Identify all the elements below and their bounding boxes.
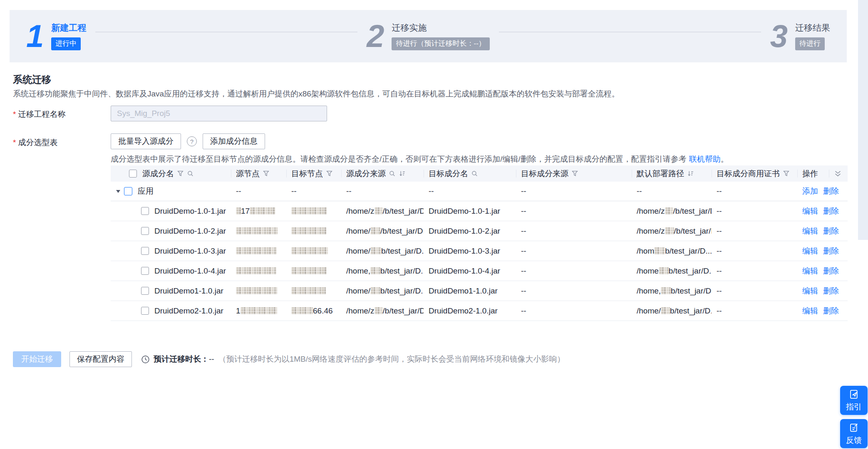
sort-icon[interactable]: [399, 170, 406, 177]
cert-cell: --: [717, 207, 722, 216]
edit-link[interactable]: 编辑: [802, 286, 818, 296]
filter-icon[interactable]: [177, 170, 184, 177]
guide-label: 指引: [846, 402, 862, 412]
edit-link[interactable]: 编辑: [802, 226, 818, 237]
edit-link[interactable]: 编辑: [802, 246, 818, 257]
table-row: DruidDemo-1.0-1.jar 17 /home/z/b/test_ja…: [111, 201, 848, 221]
masked-text: [241, 307, 277, 314]
edit-link[interactable]: 编辑: [802, 206, 818, 217]
source-node-cell: 1: [231, 301, 286, 321]
search-icon[interactable]: [187, 170, 194, 177]
column-header: 目标成分商用证书: [717, 168, 780, 179]
row-checkbox[interactable]: [141, 227, 149, 235]
sort-icon[interactable]: [687, 170, 694, 177]
source-node-cell: [231, 241, 286, 261]
source-origin-cell: /home/b/test_jar/D...: [341, 241, 424, 261]
step-new-project: 1 新建工程 进行中: [26, 22, 86, 50]
add-component-button[interactable]: 添加成分信息: [203, 133, 265, 149]
row-checkbox[interactable]: [141, 307, 149, 315]
step-number: 3: [770, 22, 788, 50]
row-checkbox[interactable]: [141, 267, 149, 275]
source-origin-cell: /home/z/b/test_jar/D...: [341, 301, 424, 321]
stepper-band: 1 新建工程 进行中 2 迁移实施 待进行（预计迁移时长：--） 3 迁移结果 …: [10, 10, 847, 62]
collapse-chevron-icon[interactable]: [834, 170, 842, 178]
masked-text: [661, 307, 670, 314]
filter-icon[interactable]: [326, 170, 333, 177]
cell-text: /home/z: [346, 306, 374, 316]
delete-link[interactable]: 删除: [823, 186, 839, 197]
target-component-name: DruidDemo-1.0-1.jar: [429, 207, 500, 216]
cell-text: /home/z: [346, 207, 374, 216]
cert-cell: --: [717, 227, 722, 236]
delete-link[interactable]: 删除: [823, 206, 839, 217]
masked-text: [250, 207, 275, 215]
cell-text: 17: [241, 207, 250, 216]
duration-note: （预计迁移时长为以1MB/s网络速度评估的参考时间，实际时长会受当前网络环境和镜…: [218, 354, 565, 365]
cell-text: /home,: [346, 266, 370, 276]
delete-link[interactable]: 删除: [823, 286, 839, 296]
target-origin-cell: --: [521, 286, 526, 296]
filter-icon[interactable]: [783, 170, 790, 177]
masked-text: [659, 267, 669, 274]
masked-text: [374, 307, 383, 314]
footer-actions: 开始迁移 保存配置内容 预计迁移时长： -- （预计迁移时长为以1MB/s网络速…: [13, 351, 565, 367]
target-component-name: DruidDemo2-1.0.jar: [429, 306, 498, 316]
delete-link[interactable]: 删除: [823, 266, 839, 276]
expand-triangle-icon[interactable]: [116, 190, 120, 195]
component-table-label: *成分选型表: [13, 137, 57, 148]
row-checkbox[interactable]: [141, 207, 149, 215]
column-header: 源成分名: [142, 168, 174, 179]
masked-text: [370, 227, 380, 234]
edit-link[interactable]: 编辑: [802, 306, 818, 316]
table-row: DruidDemo-1.0-4.jar /home,b/test_jar/D..…: [111, 261, 848, 281]
row-checkbox[interactable]: [141, 287, 149, 295]
cell-text: /home/z: [637, 207, 665, 216]
target-origin-cell: --: [521, 207, 526, 216]
select-all-checkbox[interactable]: [129, 170, 137, 178]
step-label: 迁移实施: [392, 22, 427, 34]
search-icon[interactable]: [389, 170, 396, 177]
filter-icon[interactable]: [263, 170, 270, 177]
delete-link[interactable]: 删除: [823, 246, 839, 257]
target-node-cell: 66.46: [286, 301, 341, 321]
clock-icon: [141, 355, 150, 364]
cell-text: 66.46: [313, 306, 333, 316]
group-checkbox[interactable]: [124, 187, 132, 195]
step-connector: [95, 32, 357, 32]
add-link[interactable]: 添加: [802, 186, 818, 197]
source-component-name: DruidDemo-1.0-4.jar: [154, 266, 226, 276]
group-cell: --: [286, 182, 341, 201]
feedback-floating-button[interactable]: 反馈: [840, 419, 868, 448]
save-config-button[interactable]: 保存配置内容: [69, 351, 132, 367]
column-header: 源节点: [236, 168, 260, 179]
guide-floating-button[interactable]: 指引: [840, 386, 868, 415]
cert-cell: --: [717, 247, 722, 256]
cell-text: /home/: [346, 227, 370, 236]
online-help-link[interactable]: 联机帮助: [689, 155, 721, 163]
step-number: 2: [367, 22, 384, 50]
delete-link[interactable]: 删除: [823, 226, 839, 237]
start-migration-button[interactable]: 开始迁移: [13, 351, 61, 367]
scrollbar-thumb[interactable]: [858, 0, 868, 240]
target-node-cell: [286, 281, 341, 301]
row-checkbox[interactable]: [141, 247, 149, 255]
deploy-path-cell: /home/z/b/test_jar/D...: [632, 201, 712, 221]
edit-link[interactable]: 编辑: [802, 266, 818, 276]
delete-link[interactable]: 删除: [823, 306, 839, 316]
project-name-input[interactable]: [111, 106, 327, 121]
component-table: 源成分名 源节点 目标节点 源成分来源 目标成分名 目标成分来源 默认部署路径: [111, 165, 848, 321]
cell-text: b/test_jar/D...: [670, 306, 712, 316]
cell-text: 1: [236, 306, 241, 316]
group-cell: --: [516, 182, 632, 201]
masked-text: [236, 267, 276, 274]
search-icon[interactable]: [471, 170, 478, 177]
masked-text: [654, 247, 665, 254]
group-row-application: 应用 -- -- -- -- -- -- -- 添加 删除: [111, 182, 848, 201]
batch-import-button[interactable]: 批量导入源成分: [111, 133, 181, 149]
filter-icon[interactable]: [571, 170, 578, 177]
estimated-duration: 预计迁移时长： -- （预计迁移时长为以1MB/s网络速度评估的参考时间，实际时…: [141, 354, 565, 365]
column-header: 源成分来源: [346, 168, 386, 179]
help-icon[interactable]: ?: [187, 136, 197, 146]
source-component-name: DruidDemo2-1.0.jar: [154, 306, 223, 316]
target-node-cell: [286, 241, 341, 261]
